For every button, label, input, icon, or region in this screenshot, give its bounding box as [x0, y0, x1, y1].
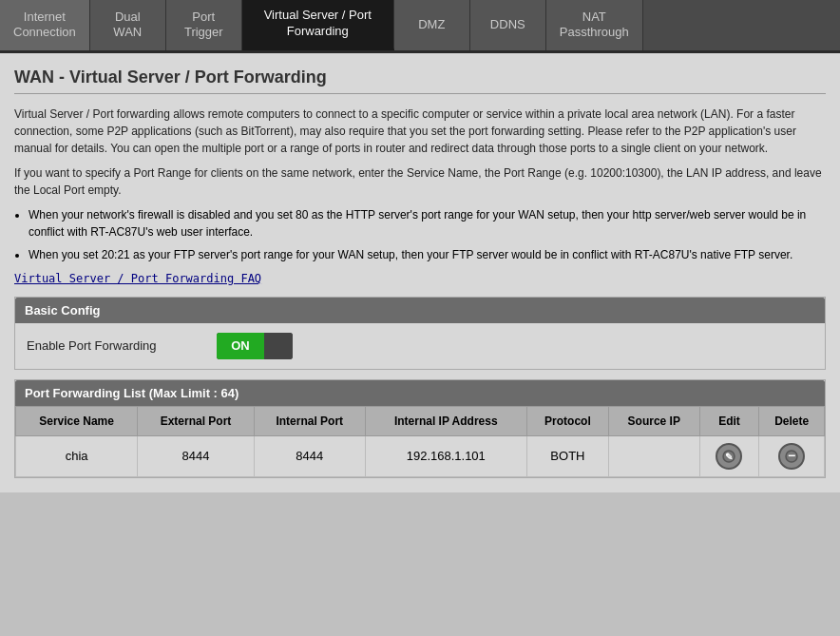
tab-dual-wan[interactable]: Dual WAN	[90, 0, 166, 50]
cell-protocol: BOTH	[526, 435, 608, 476]
col-delete: Delete	[759, 406, 825, 435]
delete-button[interactable]: −	[778, 443, 805, 470]
page-title: WAN - Virtual Server / Port Forwarding	[14, 67, 826, 94]
edit-button[interactable]: ✎	[716, 443, 742, 470]
col-source-ip: Source IP	[609, 406, 700, 435]
cell-edit: ✎	[699, 435, 759, 476]
enable-port-forwarding-label: Enable Port Forwarding	[27, 338, 217, 353]
cell-internal-port: 8444	[254, 435, 365, 476]
col-internal-ip: Internal IP Address	[365, 406, 526, 435]
cell-service-name: chia	[16, 435, 138, 476]
delete-icon: −	[785, 450, 798, 463]
col-external-port: External Port	[138, 406, 255, 435]
faq-link[interactable]: Virtual Server / Port Forwarding FAQ	[14, 272, 261, 285]
tab-ddns[interactable]: DDNS	[470, 0, 546, 50]
tab-port-trigger[interactable]: Port Trigger	[166, 0, 242, 50]
main-content: WAN - Virtual Server / Port Forwarding V…	[0, 53, 840, 492]
svg-text:−: −	[788, 450, 795, 463]
toggle-off-area	[264, 333, 293, 359]
tab-nat-passthrough[interactable]: NAT Passthrough	[546, 0, 643, 50]
description-list: When your network's firewall is disabled…	[29, 206, 826, 263]
cell-source-ip	[609, 435, 700, 476]
bullet-1: When your network's firewall is disabled…	[29, 206, 826, 241]
table-header-row: Service Name External Port Internal Port…	[16, 406, 825, 435]
description-paragraph-2: If you want to specify a Port Range for …	[14, 164, 826, 199]
edit-icon: ✎	[722, 450, 735, 463]
tab-internet-connection[interactable]: Internet Connection	[0, 0, 90, 50]
col-service-name: Service Name	[16, 406, 138, 435]
port-forwarding-list-section: Port Forwarding List (Max Limit : 64) Se…	[14, 379, 826, 478]
pf-list-header: Port Forwarding List (Max Limit : 64)	[15, 380, 825, 406]
port-forwarding-toggle[interactable]: ON	[217, 333, 293, 359]
table-body: chia 8444 8444 192.168.1.101 BOTH ✎ −	[16, 435, 825, 476]
bullet-2: When you set 20:21 as your FTP server's …	[29, 246, 826, 263]
basic-config-header: Basic Config	[15, 298, 825, 323]
tab-dmz[interactable]: DMZ	[394, 0, 470, 50]
enable-port-forwarding-row: Enable Port Forwarding ON	[15, 323, 825, 369]
svg-text:✎: ✎	[725, 452, 733, 462]
cell-delete: −	[759, 435, 825, 476]
cell-external-port: 8444	[138, 435, 255, 476]
col-internal-port: Internal Port	[254, 406, 365, 435]
tab-virtual-server[interactable]: Virtual Server / Port Forwarding	[242, 0, 394, 50]
cell-internal-ip: 192.168.1.101	[365, 435, 526, 476]
col-edit: Edit	[699, 406, 759, 435]
table-row: chia 8444 8444 192.168.1.101 BOTH ✎ −	[16, 435, 825, 476]
navigation-tabs: Internet Connection Dual WAN Port Trigge…	[0, 0, 840, 53]
description-paragraph-1: Virtual Server / Port forwarding allows …	[14, 106, 826, 157]
basic-config-section: Basic Config Enable Port Forwarding ON	[14, 297, 826, 370]
toggle-on-label: ON	[217, 333, 264, 359]
col-protocol: Protocol	[526, 406, 608, 435]
port-forwarding-table: Service Name External Port Internal Port…	[15, 406, 825, 477]
